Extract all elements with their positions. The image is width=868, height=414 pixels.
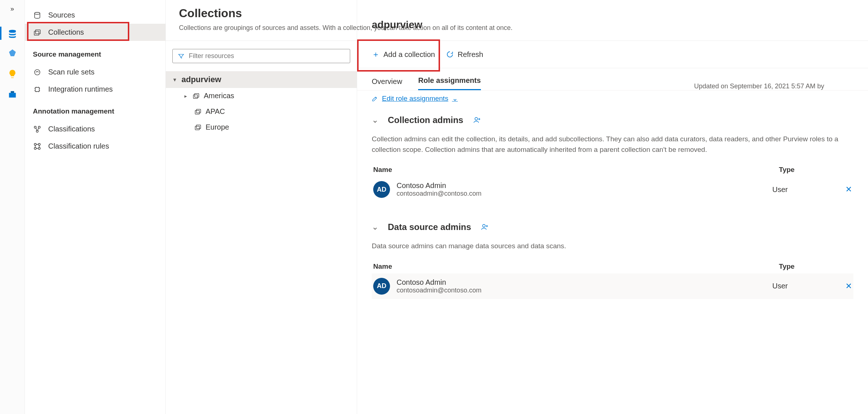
rail-catalog-icon[interactable]: [0, 43, 25, 64]
filter-input[interactable]: [189, 52, 345, 60]
rail-management-icon[interactable]: [0, 84, 25, 105]
filter-icon: [178, 53, 184, 60]
role-heading: ⌄ Data source admins: [372, 222, 853, 232]
svg-rect-15: [194, 95, 198, 98]
avatar: AD: [373, 278, 390, 295]
role-section-data-source-admins: ⌄ Data source admins Data source admins …: [372, 222, 853, 299]
role-row: AD Contoso Admin contosoadmin@contoso.co…: [372, 177, 853, 202]
person-name: Contoso Admin: [397, 278, 772, 287]
caret-right-icon[interactable]: ▸: [183, 93, 188, 99]
svg-rect-5: [35, 30, 40, 34]
classifications-icon: [33, 125, 42, 133]
tree-root-adpurview[interactable]: ▾ adpurview: [166, 71, 357, 88]
edit-role-assignments[interactable]: Edit role assignments ⌄: [372, 94, 458, 103]
rail-data-map-icon[interactable]: [0, 23, 25, 43]
svg-point-10: [36, 130, 38, 132]
add-collection-label: Add a collection: [383, 50, 435, 59]
col-name: Name: [373, 166, 779, 174]
nav-label: Sources: [48, 11, 75, 19]
svg-rect-7: [35, 87, 39, 91]
collection-title: adpurview: [372, 19, 422, 31]
refresh-label: Refresh: [458, 50, 483, 59]
svg-marker-0: [9, 49, 16, 56]
role-row: AD Contoso Admin contosoadmin@contoso.co…: [372, 273, 853, 299]
svg-point-14: [38, 147, 41, 149]
nav-section-annotation: Annotation management: [25, 98, 165, 120]
add-user-icon[interactable]: [473, 116, 481, 124]
edit-icon: [372, 95, 378, 102]
role-table-header: Name Type: [372, 262, 853, 273]
avatar: AD: [373, 181, 390, 198]
svg-rect-18: [196, 109, 201, 113]
rail-insights-icon[interactable]: [0, 64, 25, 84]
svg-point-22: [483, 225, 485, 227]
person-type: User: [772, 282, 845, 290]
chevron-down-icon[interactable]: ⌄: [372, 222, 378, 232]
nav-item-classification-rules[interactable]: Classification rules: [25, 138, 165, 155]
person: Contoso Admin contosoadmin@contoso.com: [397, 278, 772, 294]
side-nav: Sources Collections Source management Sc…: [25, 0, 166, 414]
svg-rect-2: [11, 91, 14, 93]
remove-icon[interactable]: ✕: [845, 281, 852, 291]
main-panel: adpurview ＋ Add a collection Refresh Ove…: [357, 0, 868, 414]
tree-label: Europe: [206, 123, 229, 131]
role-heading: ⌄ Collection admins: [372, 115, 853, 125]
icon-rail: »: [0, 0, 25, 414]
person: Contoso Admin contosoadmin@contoso.com: [397, 181, 772, 198]
chevron-down-icon: ⌄: [452, 94, 458, 103]
nav-item-scan-rule-sets[interactable]: Scan rule sets: [25, 64, 165, 81]
svg-rect-17: [195, 110, 200, 114]
refresh-button[interactable]: Refresh: [446, 50, 483, 59]
col-type: Type: [779, 262, 852, 271]
role-description: Data source admins can manage data sourc…: [372, 241, 853, 252]
tree-list: ▾ adpurview ▸ Americas APAC Eur: [166, 71, 357, 135]
tree-item-apac[interactable]: APAC: [166, 104, 357, 119]
edit-roles-label: Edit role assignments: [382, 95, 448, 103]
tree-item-europe[interactable]: Europe: [166, 119, 357, 135]
tree-label: Americas: [204, 92, 234, 100]
svg-rect-16: [195, 93, 199, 97]
collection-header: adpurview: [357, 9, 437, 31]
svg-point-6: [35, 69, 40, 75]
nav-label: Classification rules: [48, 142, 109, 150]
nav-item-integration-runtimes[interactable]: Integration runtimes: [25, 81, 165, 98]
tree-item-americas[interactable]: ▸ Americas: [166, 88, 357, 104]
add-user-icon[interactable]: [481, 223, 489, 231]
col-name: Name: [373, 262, 779, 271]
remove-icon[interactable]: ✕: [845, 185, 852, 194]
svg-rect-1: [9, 93, 16, 97]
add-collection-button[interactable]: ＋ Add a collection: [372, 49, 435, 60]
classification-rules-icon: [33, 142, 42, 150]
col-type: Type: [779, 166, 852, 174]
svg-point-12: [38, 143, 41, 145]
chevron-down-icon[interactable]: ⌄: [372, 115, 378, 125]
tab-overview[interactable]: Overview: [372, 77, 402, 90]
caret-down-icon[interactable]: ▾: [172, 77, 177, 83]
integration-runtimes-icon: [33, 85, 42, 93]
nav-item-sources[interactable]: Sources: [25, 7, 165, 24]
role-section-collection-admins: ⌄ Collection admins Collection admins ca…: [372, 115, 853, 202]
nav-label: Integration runtimes: [48, 85, 113, 93]
svg-rect-19: [195, 126, 200, 130]
svg-rect-20: [196, 125, 201, 129]
filter-resources[interactable]: [172, 49, 350, 63]
nav-section-source-mgmt: Source management: [25, 41, 165, 64]
expand-rail-icon[interactable]: »: [10, 5, 14, 13]
updated-on: Updated on September 16, 2021 5:57 AM by: [694, 83, 824, 90]
person-email: contosoadmin@contoso.com: [397, 287, 772, 294]
tree-label: adpurview: [181, 75, 221, 84]
svg-point-13: [34, 147, 37, 149]
nav-label: Classifications: [48, 125, 95, 133]
tree-panel: Collections Collections are groupings of…: [166, 0, 357, 414]
tabs: Overview Role assignments Updated on Sep…: [357, 68, 868, 91]
svg-point-3: [35, 12, 40, 14]
nav-item-classifications[interactable]: Classifications: [25, 120, 165, 138]
nav-item-collections[interactable]: Collections: [25, 24, 165, 41]
collection-icon: [194, 108, 202, 115]
plus-icon: ＋: [372, 49, 380, 60]
collection-icon: [194, 124, 202, 131]
role-table-header: Name Type: [372, 166, 853, 177]
tab-role-assignments[interactable]: Role assignments: [418, 76, 481, 90]
role-assignments-content: Edit role assignments ⌄ ⌄ Collection adm…: [357, 91, 868, 414]
nav-label: Collections: [48, 28, 84, 37]
